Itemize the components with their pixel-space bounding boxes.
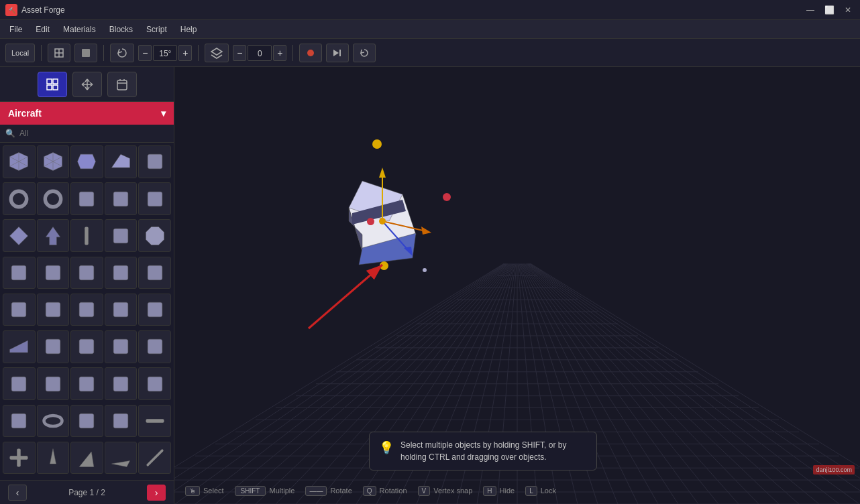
menu-blocks[interactable]: Blocks xyxy=(103,22,140,37)
layer-minus[interactable]: − xyxy=(233,45,246,61)
block-item-11[interactable] xyxy=(3,219,36,252)
block-item-32[interactable] xyxy=(37,367,70,400)
block-item-2[interactable] xyxy=(37,145,70,178)
block-item-29[interactable] xyxy=(105,330,138,363)
block-item-9[interactable] xyxy=(105,182,138,215)
block-item-16[interactable] xyxy=(3,257,36,290)
viewport[interactable]: 💡 Select multiple objects by holding SHI… xyxy=(174,67,860,504)
block-item-7[interactable] xyxy=(37,182,70,215)
block-item-35[interactable] xyxy=(138,367,171,400)
menu-script[interactable]: Script xyxy=(140,22,174,37)
tab-blocks[interactable] xyxy=(38,72,67,97)
block-item-8[interactable] xyxy=(70,182,103,215)
block-item-13[interactable] xyxy=(70,219,103,252)
menu-file[interactable]: File xyxy=(3,22,29,37)
svg-rect-51 xyxy=(148,340,162,355)
status-item-5: HHide xyxy=(483,486,515,496)
close-button[interactable]: ✕ xyxy=(841,3,855,17)
solid-button[interactable] xyxy=(74,44,97,62)
svg-point-79 xyxy=(379,218,386,225)
svg-rect-52 xyxy=(11,377,26,391)
block-item-41[interactable] xyxy=(3,442,36,475)
record-button[interactable] xyxy=(299,44,322,62)
block-item-21[interactable] xyxy=(3,294,36,326)
prev-page-button[interactable]: ‹ xyxy=(8,485,27,501)
rotation-minus[interactable]: − xyxy=(138,45,152,61)
svg-rect-61 xyxy=(146,419,164,422)
search-icon: 🔍 xyxy=(5,129,15,138)
block-item-30[interactable] xyxy=(138,330,171,363)
block-item-5[interactable] xyxy=(138,145,171,178)
svg-marker-36 xyxy=(146,227,164,245)
block-item-15[interactable] xyxy=(138,219,171,252)
block-item-38[interactable] xyxy=(70,405,103,438)
block-item-17[interactable] xyxy=(37,257,70,290)
block-item-44[interactable] xyxy=(105,442,138,475)
block-item-26[interactable] xyxy=(3,330,36,363)
block-item-18[interactable] xyxy=(70,257,103,290)
tab-paint[interactable] xyxy=(107,72,137,97)
svg-rect-35 xyxy=(113,229,128,243)
svg-rect-44 xyxy=(80,302,95,317)
block-item-20[interactable] xyxy=(138,257,171,290)
toolbar-divider-3 xyxy=(198,45,199,61)
block-item-22[interactable] xyxy=(37,294,70,326)
block-item-28[interactable] xyxy=(70,330,103,363)
block-item-19[interactable] xyxy=(105,257,138,290)
block-item-3[interactable] xyxy=(70,145,103,178)
category-bar[interactable]: Aircraft ▾ xyxy=(0,102,174,125)
block-item-39[interactable] xyxy=(105,405,138,438)
tab-move[interactable] xyxy=(72,72,102,97)
block-item-14[interactable] xyxy=(105,219,138,252)
block-item-36[interactable] xyxy=(3,405,36,438)
status-item-4: VVertex snap xyxy=(418,486,473,496)
status-key-2: —— xyxy=(305,486,327,496)
layer-plus[interactable]: + xyxy=(273,45,286,61)
block-item-1[interactable] xyxy=(3,145,36,178)
svg-rect-39 xyxy=(80,265,95,280)
block-item-31[interactable] xyxy=(3,367,36,400)
block-item-24[interactable] xyxy=(105,294,138,326)
wireframe-button[interactable] xyxy=(48,44,70,62)
refresh-button[interactable] xyxy=(353,44,376,62)
block-item-43[interactable] xyxy=(70,442,103,475)
block-item-33[interactable] xyxy=(70,367,103,400)
search-input[interactable] xyxy=(19,129,168,138)
menu-help[interactable]: Help xyxy=(174,22,204,37)
main-area: Aircraft ▾ 🔍 ‹ Page 1 / 2 › xyxy=(0,67,860,504)
svg-rect-54 xyxy=(80,377,95,391)
rotation-plus[interactable]: + xyxy=(178,45,192,61)
status-key-0: 🖱 xyxy=(185,486,200,496)
maximize-button[interactable]: ⬜ xyxy=(822,3,836,17)
block-item-10[interactable] xyxy=(138,182,171,215)
block-item-45[interactable] xyxy=(138,442,171,475)
layers-button[interactable] xyxy=(205,44,229,62)
block-item-25[interactable] xyxy=(138,294,171,326)
minimize-button[interactable]: — xyxy=(804,3,817,17)
toolbar-divider-1 xyxy=(41,45,42,61)
tool-tabs xyxy=(0,67,174,102)
svg-line-67 xyxy=(148,450,162,465)
block-item-40[interactable] xyxy=(138,405,171,438)
svg-rect-41 xyxy=(148,265,162,280)
block-item-6[interactable] xyxy=(3,182,36,215)
block-item-23[interactable] xyxy=(70,294,103,326)
svg-marker-25 xyxy=(112,154,130,168)
block-item-4[interactable] xyxy=(105,145,138,178)
rotate-button[interactable] xyxy=(110,44,134,62)
status-label-6: Lock xyxy=(541,487,556,495)
block-item-34[interactable] xyxy=(105,367,138,400)
block-item-27[interactable] xyxy=(37,330,70,363)
menu-edit[interactable]: Edit xyxy=(29,22,56,37)
block-item-37[interactable] xyxy=(37,405,70,438)
block-item-12[interactable] xyxy=(37,219,70,252)
menu-materials[interactable]: Materials xyxy=(56,22,103,37)
next-page-button[interactable]: › xyxy=(147,485,166,501)
svg-rect-63 xyxy=(17,449,21,467)
block-item-42[interactable] xyxy=(37,442,70,475)
skip-button[interactable] xyxy=(326,44,349,62)
svg-rect-10 xyxy=(47,79,52,84)
local-button[interactable]: Local xyxy=(5,44,35,62)
3d-object[interactable] xyxy=(309,154,429,275)
svg-marker-76 xyxy=(421,227,431,235)
